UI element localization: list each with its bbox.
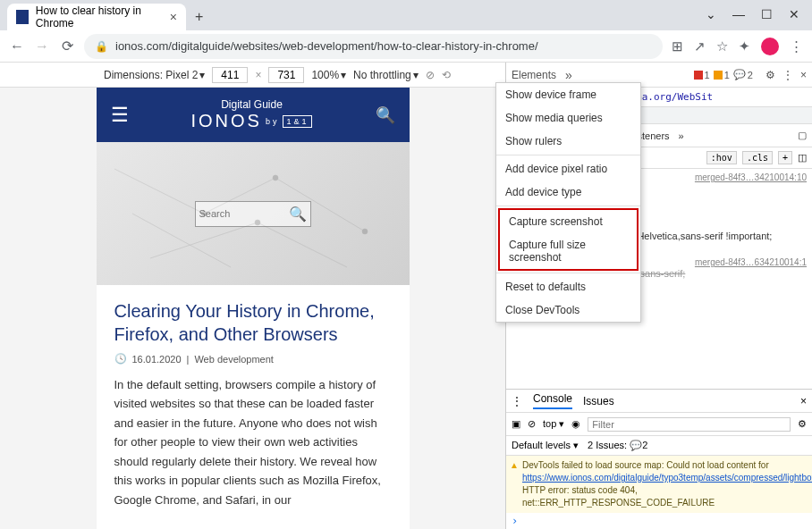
close-window-icon[interactable]: ✕ bbox=[789, 7, 799, 21]
menu-show-device-frame[interactable]: Show device frame bbox=[496, 83, 640, 106]
minimize-icon[interactable]: — bbox=[732, 7, 745, 21]
menu-close-devtools[interactable]: Close DevTools bbox=[496, 298, 640, 322]
menu-capture-full-screenshot[interactable]: Capture full size screenshot bbox=[500, 233, 637, 269]
levels-select[interactable]: Default levels ▾ bbox=[512, 440, 579, 451]
maximize-icon[interactable]: ☐ bbox=[761, 7, 773, 21]
logo-badge: 1&1 bbox=[283, 115, 312, 128]
search-icon[interactable]: 🔍 bbox=[376, 105, 395, 125]
svg-point-7 bbox=[273, 175, 278, 181]
gear-icon[interactable]: ⚙ bbox=[798, 418, 807, 430]
share-icon[interactable]: ↗ bbox=[694, 38, 706, 55]
hov-button[interactable]: :hov bbox=[706, 151, 737, 164]
more-tabs-icon[interactable]: » bbox=[679, 130, 684, 141]
message-badge[interactable]: 💬2 bbox=[733, 69, 753, 80]
hamburger-icon[interactable]: ☰ bbox=[111, 104, 129, 127]
svg-line-0 bbox=[114, 169, 204, 214]
sidebar-toggle-icon[interactable]: ◫ bbox=[798, 152, 807, 164]
article-meta: 🕓 16.01.2020 | Web development bbox=[114, 353, 392, 365]
device-options-menu: Show device frame Show media queries Sho… bbox=[495, 82, 641, 323]
console-subtoolbar: Default levels ▾ 2 Issues: 💬2 bbox=[506, 436, 812, 456]
lock-icon: 🔒 bbox=[95, 40, 108, 53]
back-button[interactable]: ← bbox=[9, 38, 25, 55]
console-filter-input[interactable] bbox=[588, 417, 791, 432]
kebab-icon[interactable]: ⋮ bbox=[782, 69, 793, 81]
close-devtools-icon[interactable]: × bbox=[800, 69, 807, 81]
error-badge[interactable]: 1 bbox=[694, 70, 710, 80]
rotate-icon[interactable]: ⟲ bbox=[442, 69, 451, 81]
sidebar-toggle-icon[interactable]: ▣ bbox=[512, 418, 520, 430]
svg-point-8 bbox=[362, 229, 368, 234]
cls-button[interactable]: .cls bbox=[742, 151, 773, 164]
zoom-select[interactable]: 100% ▾ bbox=[311, 69, 346, 81]
menu-add-dpr[interactable]: Add device pixel ratio bbox=[496, 157, 640, 181]
svg-point-6 bbox=[201, 211, 207, 216]
tab-console[interactable]: Console bbox=[533, 392, 572, 409]
article-headline: Clearing Your History in Chrome, Firefox… bbox=[114, 299, 392, 346]
drawer-tabs: ⋮ Console Issues × bbox=[506, 390, 812, 413]
console-drawer: ⋮ Console Issues × ▣ ⊘ top ▾ ◉ ⚙ Default… bbox=[506, 389, 812, 529]
expand-icon[interactable]: ▢ bbox=[798, 130, 807, 141]
logo-by: by bbox=[266, 117, 280, 126]
tab-issues[interactable]: Issues bbox=[583, 395, 614, 407]
site-header: ☰ Digital Guide IONOS by 1&1 🔍 bbox=[97, 88, 410, 142]
sourcemap-link[interactable]: https://www.ionos.com/digitalguide/typo3… bbox=[522, 473, 812, 483]
article: Clearing Your History in Chrome, Firefox… bbox=[97, 285, 410, 524]
browser-tab[interactable]: How to clear history in Chrome × bbox=[7, 4, 186, 30]
menu-capture-screenshot[interactable]: Capture screenshot bbox=[500, 210, 637, 233]
new-tab-button[interactable]: + bbox=[186, 4, 212, 30]
logo-text: IONOS bbox=[191, 111, 262, 131]
height-input[interactable] bbox=[268, 67, 304, 83]
svg-line-3 bbox=[150, 223, 258, 258]
device-select[interactable]: Dimensions: Pixel 2 ▾ bbox=[104, 69, 205, 81]
context-select[interactable]: top ▾ bbox=[543, 418, 564, 430]
profile-avatar[interactable] bbox=[761, 38, 779, 55]
console-prompt[interactable]: › bbox=[506, 513, 812, 529]
css-source-link[interactable]: merged-84f3…634210014:1 bbox=[695, 257, 807, 268]
warning-badge[interactable]: 1 bbox=[714, 70, 730, 80]
close-tab-icon[interactable]: × bbox=[170, 10, 177, 24]
tab-title: How to clear history in Chrome bbox=[36, 4, 163, 29]
hero-image: 🔍 bbox=[97, 142, 410, 285]
address-bar: ← → ⟳ 🔒 ionos.com/digitalguide/websites/… bbox=[0, 30, 812, 63]
clear-console-icon[interactable]: ⊘ bbox=[528, 418, 536, 430]
live-expression-icon[interactable]: ◉ bbox=[571, 418, 580, 430]
menu-reset-defaults[interactable]: Reset to defaults bbox=[496, 275, 640, 298]
menu-separator bbox=[496, 155, 640, 155]
throttling-select[interactable]: No throttling ▾ bbox=[353, 69, 419, 81]
favicon-icon bbox=[16, 10, 29, 24]
gear-icon[interactable]: ⚙ bbox=[765, 69, 775, 81]
close-drawer-icon[interactable]: × bbox=[800, 395, 807, 407]
device-viewport: ☰ Digital Guide IONOS by 1&1 🔍 🔍 Clearin… bbox=[0, 88, 505, 529]
device-frame: ☰ Digital Guide IONOS by 1&1 🔍 🔍 Clearin… bbox=[97, 88, 410, 529]
issues-link[interactable]: 2 Issues: 💬2 bbox=[588, 440, 647, 451]
menu-show-media-queries[interactable]: Show media queries bbox=[496, 106, 640, 130]
forward-button: → bbox=[34, 38, 50, 55]
bookmark-icon[interactable]: ☆ bbox=[716, 38, 728, 55]
menu-icon[interactable]: ⋮ bbox=[790, 38, 803, 55]
svg-line-1 bbox=[204, 178, 275, 214]
article-date: 16.01.2020 bbox=[132, 354, 182, 365]
article-category[interactable]: Web development bbox=[194, 354, 273, 365]
menu-show-rulers[interactable]: Show rulers bbox=[496, 130, 640, 153]
logo-subtitle: Digital Guide bbox=[141, 98, 363, 111]
svg-point-9 bbox=[255, 220, 260, 225]
extensions-icon[interactable]: ✦ bbox=[739, 38, 750, 55]
meta-separator: | bbox=[187, 354, 190, 365]
chevron-down-icon[interactable]: ⌄ bbox=[706, 7, 716, 21]
url-field[interactable]: 🔒 ionos.com/digitalguide/websites/web-de… bbox=[84, 34, 663, 59]
no-throttle-icon[interactable]: ⊘ bbox=[426, 69, 435, 81]
width-input[interactable] bbox=[212, 67, 248, 83]
add-rule-button[interactable]: + bbox=[778, 151, 792, 164]
site-logo[interactable]: Digital Guide IONOS by 1&1 bbox=[141, 98, 363, 131]
clock-icon: 🕓 bbox=[114, 353, 127, 365]
svg-line-5 bbox=[132, 214, 231, 267]
article-body: In the default setting, browsers compile… bbox=[114, 375, 392, 509]
drawer-kebab-icon[interactable]: ⋮ bbox=[512, 395, 522, 407]
svg-line-4 bbox=[258, 223, 347, 267]
menu-add-device-type[interactable]: Add device type bbox=[496, 181, 640, 204]
reload-button[interactable]: ⟳ bbox=[59, 38, 75, 55]
more-tabs-icon[interactable]: » bbox=[565, 68, 572, 82]
tab-elements[interactable]: Elements bbox=[512, 69, 556, 81]
console-message[interactable]: ▲ DevTools failed to load source map: Co… bbox=[506, 456, 812, 513]
translate-icon[interactable]: ⊞ bbox=[672, 38, 683, 55]
